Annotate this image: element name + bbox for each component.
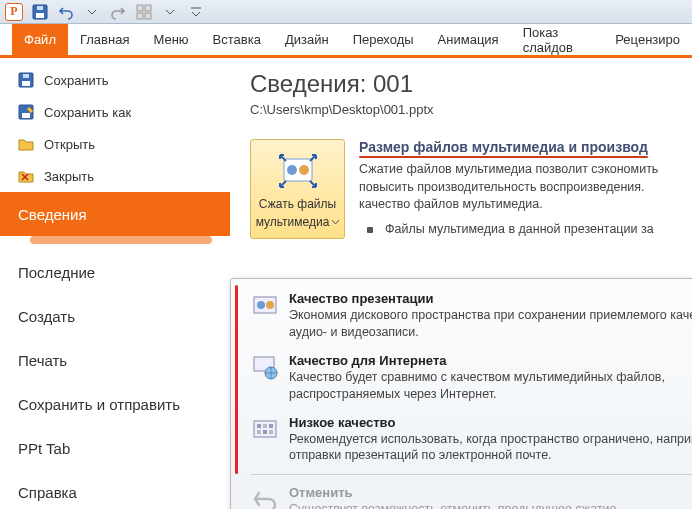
quick-access-toolbar: P <box>0 0 692 24</box>
section-heading: Размер файлов мультимедиа и производ <box>359 139 648 155</box>
option-title: Качество для Интернета <box>289 353 692 368</box>
sidebar-save-send[interactable]: Сохранить и отправить <box>0 382 230 426</box>
page-title: Сведения: 001 <box>250 70 692 98</box>
svg-rect-5 <box>137 13 143 19</box>
svg-point-15 <box>299 165 309 175</box>
tab-home[interactable]: Главная <box>68 24 141 55</box>
qat-customize-icon[interactable] <box>186 2 206 22</box>
sidebar-item-label: Справка <box>18 484 77 501</box>
compress-media-icon <box>276 149 320 193</box>
sidebar-open[interactable]: Открыть <box>0 128 230 160</box>
svg-rect-3 <box>137 5 143 11</box>
open-icon <box>18 136 34 152</box>
option-title: Качество презентации <box>289 291 692 306</box>
svg-rect-23 <box>263 424 267 428</box>
sidebar-save-as[interactable]: Сохранить как <box>0 96 230 128</box>
svg-point-17 <box>257 301 265 309</box>
button-label-line1: Сжать файлы <box>259 197 336 211</box>
highlight-mark <box>30 236 212 244</box>
save-icon <box>18 72 34 88</box>
svg-rect-24 <box>269 424 273 428</box>
tab-design[interactable]: Дизайн <box>273 24 341 55</box>
option-low-quality[interactable]: Низкое качество Рекомендуется использова… <box>235 409 692 471</box>
sidebar-info[interactable]: Сведения <box>0 192 230 236</box>
tab-animation[interactable]: Анимация <box>426 24 511 55</box>
svg-rect-25 <box>257 430 261 434</box>
film-reel-icon <box>251 291 279 319</box>
undo-icon <box>251 485 279 509</box>
sidebar-item-label: Сведения <box>18 206 87 223</box>
svg-rect-1 <box>36 13 44 18</box>
undo-icon[interactable] <box>56 2 76 22</box>
button-label-line2: мультимедиа <box>256 215 330 229</box>
dropdown-separator <box>251 474 692 475</box>
option-desc: Качество будет сравнимо с качеством муль… <box>289 369 692 403</box>
sidebar-ppt-tab[interactable]: PPt Tab <box>0 426 230 470</box>
tab-review[interactable]: Рецензиро <box>603 24 692 55</box>
svg-rect-9 <box>22 81 30 86</box>
option-internet-quality[interactable]: Качество для Интернета Качество будет ср… <box>235 347 692 409</box>
svg-rect-2 <box>37 6 43 10</box>
option-presentation-quality[interactable]: Качество презентации Экономия дискового … <box>235 285 692 347</box>
sidebar-item-label: Закрыть <box>44 169 94 184</box>
svg-point-18 <box>266 301 274 309</box>
sidebar-item-label: PPt Tab <box>18 440 70 457</box>
module-icon[interactable] <box>134 2 154 22</box>
svg-rect-27 <box>269 430 273 434</box>
tab-transitions[interactable]: Переходы <box>341 24 426 55</box>
option-desc: Рекомендуется использовать, когда простр… <box>289 431 692 465</box>
option-desc: Экономия дискового пространства при сохр… <box>289 307 692 341</box>
svg-rect-10 <box>23 74 29 78</box>
ribbon-tabs: Файл Главная Меню Вставка Дизайн Переход… <box>0 24 692 58</box>
sidebar-item-label: Открыть <box>44 137 95 152</box>
app-logo[interactable]: P <box>4 2 24 22</box>
highlight-bar <box>235 285 238 474</box>
svg-rect-12 <box>22 113 30 118</box>
option-title: Отменить <box>289 485 692 500</box>
sidebar-item-label: Сохранить и отправить <box>18 396 180 413</box>
svg-rect-22 <box>257 424 261 428</box>
compress-media-button[interactable]: Сжать файлы мультимедиа <box>250 139 345 239</box>
svg-rect-21 <box>254 421 276 437</box>
option-desc: Существует возможность отменить предыдущ… <box>289 501 692 509</box>
svg-point-14 <box>287 165 297 175</box>
sidebar-item-label: Сохранить как <box>44 105 131 120</box>
sidebar-item-label: Создать <box>18 308 75 325</box>
qat-dropdown-icon[interactable] <box>160 2 180 22</box>
close-file-icon <box>18 168 34 184</box>
save-icon[interactable] <box>30 2 50 22</box>
svg-rect-6 <box>145 13 151 19</box>
sidebar-help[interactable]: Справка <box>0 470 230 509</box>
tab-menu[interactable]: Меню <box>141 24 200 55</box>
sidebar-item-label: Сохранить <box>44 73 109 88</box>
tab-insert[interactable]: Вставка <box>201 24 273 55</box>
sidebar-print[interactable]: Печать <box>0 338 230 382</box>
pixel-film-icon <box>251 415 279 443</box>
sidebar-close[interactable]: Закрыть <box>0 160 230 192</box>
redo-icon[interactable] <box>108 2 128 22</box>
tab-file[interactable]: Файл <box>12 24 68 55</box>
option-undo: Отменить Существует возможность отменить… <box>235 479 692 509</box>
qat-dropdown-icon[interactable] <box>82 2 102 22</box>
bullet-icon <box>367 227 373 233</box>
tab-slideshow[interactable]: Показ слайдов <box>511 24 604 55</box>
info-pane: Сведения: 001 C:\Users\kmp\Desktop\001.p… <box>230 58 692 509</box>
compress-dropdown: Качество презентации Экономия дискового … <box>230 278 692 509</box>
sidebar-new[interactable]: Создать <box>0 294 230 338</box>
svg-rect-4 <box>145 5 151 11</box>
file-path: C:\Users\kmp\Desktop\001.pptx <box>250 102 692 117</box>
save-as-icon <box>18 104 34 120</box>
chevron-down-icon <box>332 220 339 225</box>
sidebar-item-label: Последние <box>18 264 95 281</box>
section-description: Сжатие файлов мультимедиа позволит сэкон… <box>359 161 682 214</box>
sidebar-item-label: Печать <box>18 352 67 369</box>
sidebar-recent[interactable]: Последние <box>0 250 230 294</box>
globe-film-icon <box>251 353 279 381</box>
svg-rect-26 <box>263 430 267 434</box>
backstage-sidebar: Сохранить Сохранить как Открыть Закрыть … <box>0 58 230 509</box>
bullet-text: Файлы мультимедиа в данной презентации з… <box>385 222 654 236</box>
option-title: Низкое качество <box>289 415 692 430</box>
sidebar-save[interactable]: Сохранить <box>0 64 230 96</box>
